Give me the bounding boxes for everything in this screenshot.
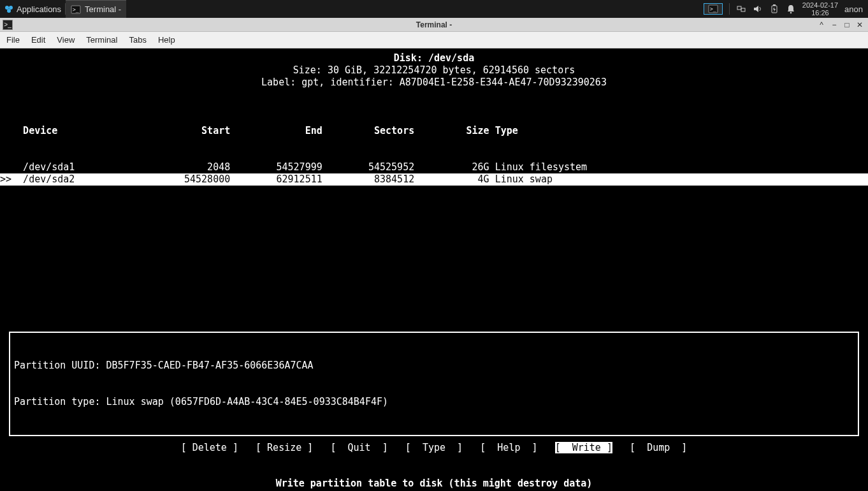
svg-rect-7 xyxy=(737,6,741,10)
action-help[interactable]: [ Help ] xyxy=(480,442,537,453)
window-close-button[interactable]: ✕ xyxy=(855,20,864,29)
svg-rect-11 xyxy=(773,4,776,6)
cfdisk-partition-uuid: Partition UUID: DB5F7F35-CAED-FB47-AF35-… xyxy=(14,360,854,372)
titlebar-terminal-icon: >_ xyxy=(3,20,13,30)
window-maximize-button[interactable]: □ xyxy=(843,20,851,29)
menu-view[interactable]: View xyxy=(57,35,75,45)
cfdisk-actions: [ Delete ] [ Resize ] [ Quit ] [ Type ] … xyxy=(0,442,868,454)
menu-tabs[interactable]: Tabs xyxy=(129,35,146,45)
action-dump[interactable]: [ Dump ] xyxy=(630,442,687,453)
window-titlebar[interactable]: >_ Terminal - ^ − □ ✕ xyxy=(0,18,868,32)
battery-icon[interactable] xyxy=(769,4,779,14)
svg-point-13 xyxy=(790,12,792,14)
cfdisk-hint: Write partition table to disk (this migh… xyxy=(0,478,868,490)
action-resize[interactable]: [ Resize ] xyxy=(256,442,313,453)
user-label[interactable]: anon xyxy=(844,4,863,14)
clock-date: 2024-02-17 xyxy=(802,1,838,9)
system-tray: >_ 2024-02-17 16:26 anon xyxy=(698,1,868,17)
terminal-window: >_ Terminal - ^ − □ ✕ File Edit View Ter… xyxy=(0,18,868,491)
svg-point-2 xyxy=(7,9,11,13)
svg-point-0 xyxy=(5,6,9,10)
partition-row[interactable]: >> /dev/sda2 54528000 62912511 8384512 4… xyxy=(0,173,868,186)
cfdisk-info-box: Partition UUID: DB5F7F35-CAED-FB47-AF35-… xyxy=(9,332,859,436)
clock[interactable]: 2024-02-17 16:26 xyxy=(802,1,838,17)
svg-text:>_: >_ xyxy=(73,7,79,13)
partition-row[interactable]: /dev/sda1 2048 54527999 54525952 26G Lin… xyxy=(0,161,868,173)
menu-terminal[interactable]: Terminal xyxy=(86,35,117,45)
terminal-icon: >_ xyxy=(71,4,81,15)
cfdisk-header-size: Size: 30 GiB, 32212254720 bytes, 6291456… xyxy=(0,64,868,77)
svg-rect-8 xyxy=(741,8,745,11)
action-write[interactable]: [ Write ] xyxy=(555,442,612,453)
taskbar-terminal-label: Terminal - xyxy=(85,4,121,14)
tray-terminal-icon[interactable]: >_ xyxy=(704,3,723,15)
network-icon[interactable] xyxy=(736,4,746,14)
svg-text:>_: >_ xyxy=(710,6,716,12)
xfce-logo-icon xyxy=(4,4,14,14)
action-quit[interactable]: [ Quit ] xyxy=(330,442,387,453)
taskbar-terminal[interactable]: >_ Terminal - xyxy=(66,0,126,18)
notifications-icon[interactable] xyxy=(786,4,796,14)
svg-marker-12 xyxy=(773,7,776,12)
action-delete[interactable]: [ Delete ] xyxy=(181,442,238,453)
tray-separator xyxy=(729,3,730,15)
applications-label: Applications xyxy=(17,4,61,14)
menu-file[interactable]: File xyxy=(6,35,20,45)
terminal-content[interactable]: Disk: /dev/sda Size: 30 GiB, 32212254720… xyxy=(0,48,868,491)
menu-help[interactable]: Help xyxy=(158,35,175,45)
applications-menu[interactable]: Applications xyxy=(0,0,65,18)
window-minimize-button[interactable]: − xyxy=(830,20,839,29)
menu-edit[interactable]: Edit xyxy=(31,35,45,45)
desktop-top-panel: Applications >_ Terminal - >_ 2024-02-17… xyxy=(0,0,868,18)
svg-marker-9 xyxy=(754,6,758,12)
volume-icon[interactable] xyxy=(753,4,763,14)
action-type[interactable]: [ Type ] xyxy=(405,442,463,453)
cfdisk-header-disk: Disk: /dev/sda xyxy=(0,52,868,64)
window-rollup-button[interactable]: ^ xyxy=(817,20,826,29)
window-title: Terminal - xyxy=(416,20,452,29)
cfdisk-partition-table: Device Start End Sectors Size Type /dev/… xyxy=(0,101,868,210)
svg-point-1 xyxy=(9,6,13,10)
cfdisk-partition-type: Partition type: Linux swap (0657FD6D-A4A… xyxy=(14,396,854,408)
cfdisk-header-label: Label: gpt, identifier: A87D04E1-E258-E3… xyxy=(0,77,868,89)
cfdisk-columns: Device Start End Sectors Size Type xyxy=(0,125,868,137)
clock-time: 16:26 xyxy=(802,9,838,17)
terminal-menubar: File Edit View Terminal Tabs Help xyxy=(0,32,868,48)
